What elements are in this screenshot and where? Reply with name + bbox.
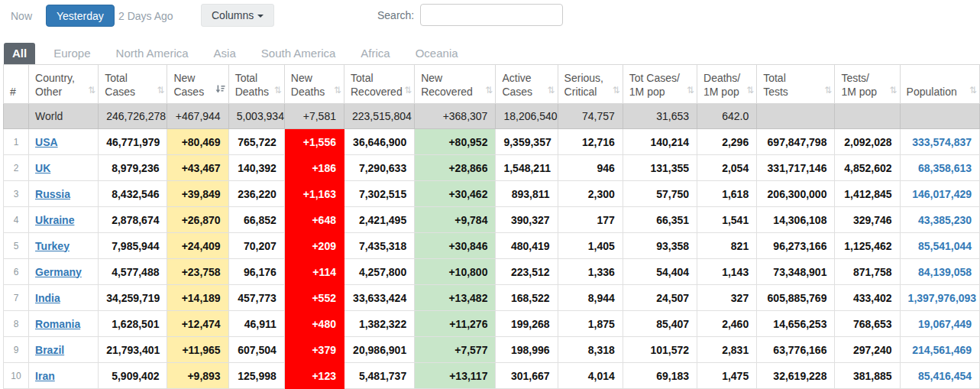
- cell-population[interactable]: 43,385,230: [900, 207, 979, 233]
- country-link[interactable]: India: [35, 292, 60, 304]
- toolbar: Now Yesterday 2 Days Ago Columns Search:: [0, 0, 980, 35]
- country-link[interactable]: Ukraine: [35, 214, 74, 226]
- cell-total_cases: 2,878,674: [99, 207, 167, 233]
- column-header-active_cases[interactable]: Active Cases⇅: [496, 65, 558, 104]
- column-header-population[interactable]: Population⇅: [900, 65, 979, 104]
- column-label: Total Deaths: [235, 72, 269, 98]
- cell-population[interactable]: 85,416,454: [900, 363, 979, 389]
- cell-total_deaths: 765,722: [228, 129, 284, 155]
- cell-total_deaths: 236,220: [228, 181, 284, 207]
- cell-new_deaths: +552: [284, 285, 344, 311]
- cell-rank: 4: [4, 207, 29, 233]
- continent-tabs: AllEuropeNorth AmericaAsiaSouth AmericaA…: [0, 35, 980, 64]
- cell-new_deaths: +7,581: [284, 104, 344, 129]
- cell-population[interactable]: 1,397,976,093: [900, 285, 979, 311]
- cell-new_cases: +12,474: [167, 311, 228, 337]
- sort-icon: ⇅: [824, 85, 832, 97]
- cell-deaths_per_1m: 1,541: [697, 207, 757, 233]
- column-header-total_recovered[interactable]: Total Recovered⇅: [344, 65, 414, 104]
- column-header-deaths_per_1m[interactable]: Deaths/ 1M pop⇅: [697, 65, 757, 104]
- cell-new_deaths: +648: [284, 207, 344, 233]
- cell-deaths_per_1m: 2,460: [697, 311, 757, 337]
- table-row: 10Iran5,909,402+9,893125,998+1235,481,73…: [4, 363, 980, 389]
- search-label: Search:: [377, 9, 414, 21]
- search-input[interactable]: [420, 4, 563, 26]
- country-link[interactable]: Romania: [35, 318, 80, 330]
- cell-active_cases: 893,811: [496, 181, 558, 207]
- country-link[interactable]: Russia: [35, 188, 70, 200]
- cell-population[interactable]: 68,358,613: [900, 155, 979, 181]
- cell-cases_per_1m: 85,407: [623, 311, 697, 337]
- cell-deaths_per_1m: 1,143: [697, 259, 757, 285]
- column-header-country[interactable]: Country, Other⇅: [29, 65, 99, 104]
- cell-active_cases: 390,327: [496, 207, 558, 233]
- country-link[interactable]: USA: [35, 136, 58, 148]
- cell-population[interactable]: 19,067,449: [900, 311, 979, 337]
- column-header-new_deaths[interactable]: New Deaths⇅: [284, 65, 344, 104]
- country-link[interactable]: Brazil: [35, 344, 64, 356]
- two-days-ago-tab[interactable]: 2 Days Ago: [118, 10, 173, 22]
- cell-new_recovered: +10,800: [415, 259, 496, 285]
- cell-total_tests: 697,847,798: [757, 129, 835, 155]
- country-link[interactable]: UK: [35, 162, 50, 174]
- column-label: #: [10, 86, 16, 98]
- cell-total_tests: 206,300,000: [757, 181, 835, 207]
- cell-population[interactable]: 84,139,058: [900, 259, 979, 285]
- now-tab[interactable]: Now: [11, 10, 32, 22]
- cell-total_tests: 73,348,901: [757, 259, 835, 285]
- cell-active_cases: 199,268: [496, 311, 558, 337]
- cell-cases_per_1m: 93,358: [623, 233, 697, 259]
- cell-cases_per_1m: 57,750: [623, 181, 697, 207]
- column-header-total_cases[interactable]: Total Cases⇅: [99, 65, 167, 104]
- cell-cases_per_1m: 66,351: [623, 207, 697, 233]
- sort-desc-icon: [215, 83, 225, 97]
- cell-total_recovered: 7,302,515: [344, 181, 414, 207]
- cell-new_cases: +24,409: [167, 233, 228, 259]
- tab-africa[interactable]: Africa: [352, 43, 398, 64]
- cell-population[interactable]: 85,541,044: [900, 233, 979, 259]
- cell-rank: 1: [4, 129, 29, 155]
- country-link[interactable]: Turkey: [35, 240, 70, 252]
- column-header-cases_per_1m[interactable]: Tot Cases/ 1M pop⇅: [623, 65, 697, 104]
- column-header-new_cases[interactable]: New Cases: [167, 65, 228, 104]
- column-header-total_deaths[interactable]: Total Deaths⇅: [228, 65, 284, 104]
- tab-asia[interactable]: Asia: [205, 43, 244, 64]
- yesterday-tab[interactable]: Yesterday: [46, 5, 115, 27]
- cell-total_deaths: 125,998: [228, 363, 284, 389]
- column-header-serious_critical[interactable]: Serious, Critical⇅: [558, 65, 623, 104]
- sort-icon: ⇅: [687, 85, 694, 97]
- cell-new_recovered: +28,866: [415, 155, 496, 181]
- column-header-new_recovered[interactable]: New Recovered⇅: [415, 65, 496, 104]
- cell-country: Germany: [29, 259, 99, 285]
- table-row: 8Romania1,628,501+12,47446,911+4801,382,…: [4, 311, 980, 337]
- cell-country: Ukraine: [29, 207, 99, 233]
- cell-total_cases: 246,726,278: [99, 104, 167, 129]
- column-header-total_tests[interactable]: Total Tests⇅: [757, 65, 835, 104]
- cell-total_tests: 14,656,253: [757, 311, 835, 337]
- table-row: 1USA46,771,979+80,469765,722+1,55636,646…: [4, 129, 980, 155]
- cell-new_recovered: +80,952: [415, 129, 496, 155]
- cell-rank: 8: [4, 311, 29, 337]
- tab-all[interactable]: All: [4, 43, 35, 64]
- column-header-tests_per_1m[interactable]: Tests/ 1M pop⇅: [835, 65, 900, 104]
- columns-button[interactable]: Columns: [201, 4, 274, 27]
- sort-icon: ⇅: [404, 85, 412, 97]
- tab-europe[interactable]: Europe: [45, 43, 99, 64]
- cell-population[interactable]: 146,017,429: [900, 181, 979, 207]
- cell-country: Brazil: [29, 337, 99, 363]
- column-label: Population: [907, 86, 957, 98]
- tab-north-america[interactable]: North America: [108, 43, 197, 64]
- cell-total_recovered: 36,646,900: [344, 129, 414, 155]
- column-label: Active Cases: [502, 72, 532, 98]
- cell-new_deaths: +186: [284, 155, 344, 181]
- cell-tests_per_1m: 433,402: [835, 285, 900, 311]
- sort-icon: ⇅: [969, 85, 977, 97]
- tab-south-america[interactable]: South America: [253, 43, 344, 64]
- cell-population[interactable]: 333,574,837: [900, 129, 979, 155]
- tab-oceania[interactable]: Oceania: [407, 43, 467, 64]
- cell-population[interactable]: 214,561,469: [900, 337, 979, 363]
- country-link[interactable]: Germany: [35, 266, 82, 278]
- country-link[interactable]: Iran: [35, 370, 55, 382]
- cell-active_cases: 18,206,540: [496, 104, 558, 129]
- column-label: Total Cases: [105, 72, 135, 98]
